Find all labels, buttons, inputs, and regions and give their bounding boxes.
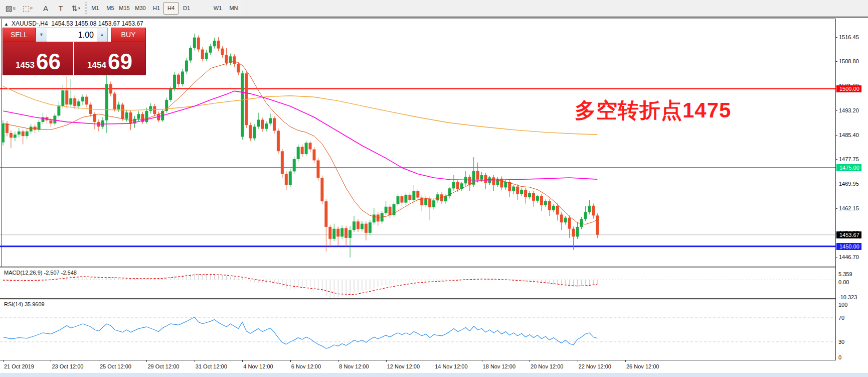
macd-indicator-label: MACD(12,26,9) -2.507 -2.548 [4, 270, 77, 276]
price-axis-label: 1469.95 [839, 181, 859, 187]
price-level-tag: 1475.00 [836, 164, 861, 171]
date-axis-label: 12 Nov 12:00 [387, 363, 420, 369]
rsi-scale-label: 70 [838, 315, 844, 321]
toolbar-separator [247, 2, 247, 15]
rsi-scale-label: 100 [838, 302, 847, 308]
panel-border [835, 19, 836, 360]
date-axis-label: 23 Oct 12:00 [52, 363, 83, 369]
macd-scale-label: -10.323 [838, 294, 857, 300]
chart-style-icon[interactable]: ▨E [4, 2, 17, 15]
price-axis-tick [835, 110, 837, 111]
date-axis-tick [3, 360, 4, 362]
rsi-scale-label: 0 [838, 354, 841, 360]
price-axis-label: 1516.45 [839, 34, 859, 40]
date-axis-tick [290, 360, 291, 362]
date-axis-tick [242, 360, 243, 362]
price-axis-tick [835, 208, 837, 209]
macd-scale-label: 5.359 [838, 271, 852, 277]
price-level-tag: 1450.00 [836, 243, 861, 250]
price-axis-label: 1508.80 [839, 58, 859, 64]
timeframe-button-mn[interactable]: MN [227, 3, 241, 14]
date-axis-label: 25 Oct 12:00 [100, 363, 131, 369]
price-level-tag: 1453.67 [836, 231, 861, 238]
date-axis-label: 22 Nov 12:00 [579, 363, 611, 369]
price-axis-tick [835, 61, 837, 62]
chart-annotation-text: 多空转折点1475 [575, 96, 750, 124]
timeframe-button-m1[interactable]: M1 [88, 3, 102, 14]
text-label-icon[interactable]: A [39, 2, 52, 15]
trading-terminal: ▨E⬚FAT⇅▾M1M5M15M30H1H4D1W1MN ▲XAUUSD-,H4… [0, 0, 868, 377]
arrange-icon[interactable]: ⇅▾ [69, 2, 82, 15]
date-axis-label: 20 Nov 12:00 [531, 363, 563, 369]
price-axis-tick [835, 159, 837, 160]
price-axis-tick [835, 37, 837, 38]
price-axis-tick [835, 257, 837, 258]
date-axis-tick [578, 360, 578, 362]
timeframe-button-w1[interactable]: W1 [211, 3, 225, 14]
date-axis-tick [51, 360, 51, 362]
macd-panel-plot[interactable] [0, 268, 835, 298]
date-axis-label: 8 Nov 12:00 [339, 363, 369, 369]
grid-icon[interactable]: ⬚F [21, 2, 34, 15]
rsi-panel-plot[interactable] [0, 300, 835, 360]
date-axis-tick [625, 360, 626, 362]
date-axis-tick [99, 360, 99, 362]
date-axis-tick [482, 360, 482, 362]
date-axis-label: 18 Nov 12:00 [483, 363, 515, 369]
date-axis-tick [338, 360, 338, 362]
date-axis-label: 29 Oct 12:00 [147, 363, 179, 369]
panel-border [0, 19, 835, 19]
rsi-indicator-label: RSI(14) 35.9609 [4, 301, 45, 307]
date-axis-label: 4 Nov 12:00 [243, 363, 273, 369]
price-chart-plot[interactable] [0, 19, 835, 267]
panel-border [0, 298, 835, 299]
date-axis-tick [386, 360, 387, 362]
panel-border [0, 360, 835, 360]
price-axis-tick [835, 135, 837, 136]
panel-border [0, 267, 835, 267]
bottom-scroll-strip[interactable] [0, 373, 868, 377]
timeframe-button-m30[interactable]: M30 [133, 3, 147, 14]
rsi-scale-label: 30 [838, 339, 844, 345]
toolbar: ▨E⬚FAT⇅▾M1M5M15M30H1H4D1W1MN [0, 0, 868, 18]
price-axis-label: 1493.20 [839, 107, 859, 113]
timeframe-button-h1[interactable]: H1 [149, 3, 163, 14]
date-axis-tick [195, 360, 195, 362]
timeframe-button-m15[interactable]: M15 [117, 3, 131, 14]
price-axis-label: 1485.40 [839, 132, 859, 138]
price-level-tag: 1500.00 [836, 85, 861, 92]
date-axis-label: 14 Nov 12:00 [435, 363, 467, 369]
price-axis-label: 1462.15 [839, 205, 859, 211]
price-axis-tick [835, 184, 837, 184]
timeframe-button-h4[interactable]: H4 [163, 2, 179, 15]
toolbar-separator [85, 3, 87, 14]
date-axis-tick [146, 360, 147, 362]
date-axis-label: 31 Oct 12:00 [196, 363, 227, 369]
macd-scale-label: 0.00 [838, 279, 849, 285]
price-axis-label: 1446.70 [839, 254, 859, 260]
date-axis-label: 6 Nov 12:00 [291, 363, 321, 369]
price-axis-label: 1477.75 [839, 156, 859, 162]
date-axis-label: 26 Nov 12:00 [626, 363, 659, 369]
text-box-icon[interactable]: T [54, 2, 67, 15]
panel-border [2, 19, 2, 267]
date-axis-tick [434, 360, 434, 362]
date-axis-tick [530, 360, 530, 362]
panel-border [0, 300, 835, 300]
timeframe-button-d1[interactable]: D1 [180, 3, 194, 14]
timeframe-button-m5[interactable]: M5 [103, 3, 117, 14]
panel-border [0, 268, 835, 268]
date-axis-label: 21 Oct 2019 [4, 363, 34, 369]
